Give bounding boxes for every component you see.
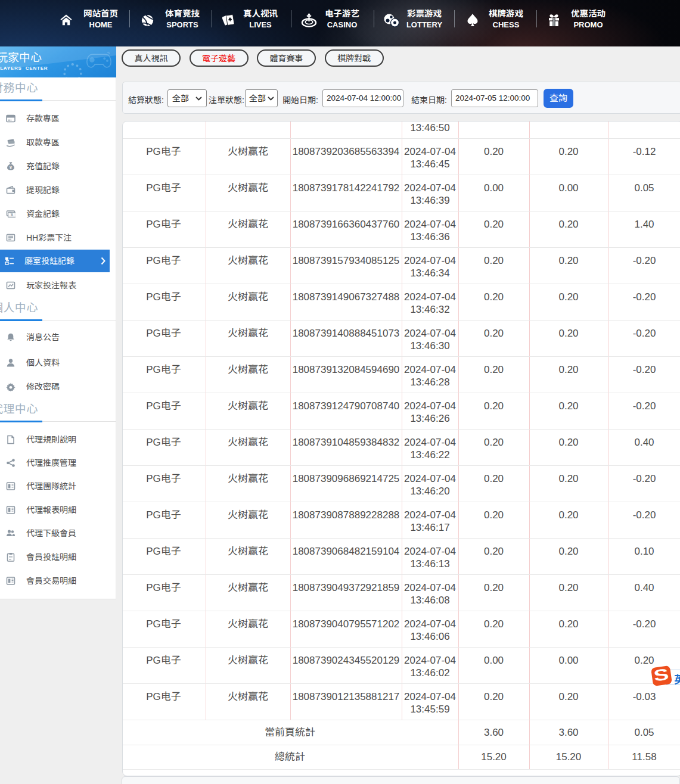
svg-text:¥: ¥ <box>10 166 12 170</box>
svg-text:¥: ¥ <box>11 213 13 217</box>
